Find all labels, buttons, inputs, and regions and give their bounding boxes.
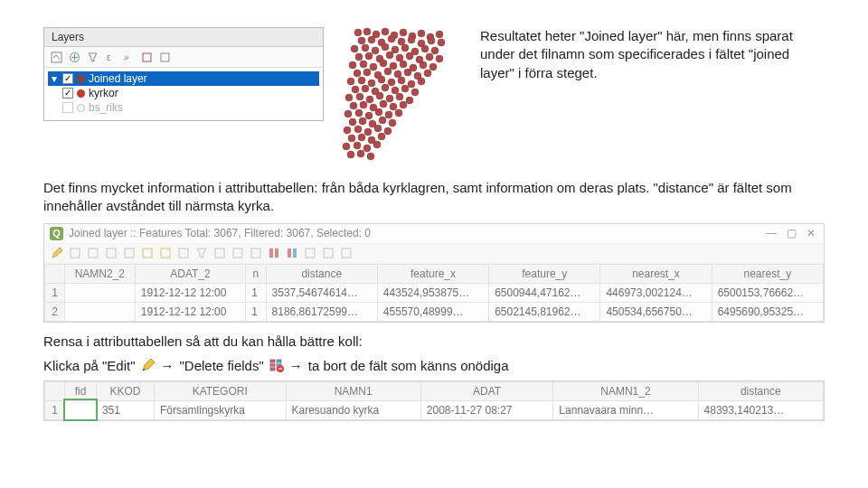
svg-point-92 — [385, 111, 392, 118]
layer-checkbox[interactable]: ✓ — [62, 88, 73, 99]
svg-rect-0 — [52, 52, 61, 62]
svg-point-42 — [436, 55, 443, 62]
table-row[interactable]: 1 351 Församlingskyrka Karesuando kyrka … — [45, 400, 824, 419]
svg-point-55 — [384, 68, 392, 75]
filter-icon[interactable] — [194, 247, 208, 260]
chevron-down-icon[interactable]: ▾ — [50, 72, 59, 85]
col-header[interactable]: nearest_y — [712, 264, 823, 283]
svg-rect-132 — [270, 360, 275, 371]
inline-text-1: Klicka på "Edit" — [43, 358, 136, 373]
attribute-window-titlebar[interactable]: Q Joined layer :: Features Total: 3067, … — [44, 224, 824, 243]
table-row[interactable]: 1 1912-12-12 12:00 1 3537,54674614… 4435… — [45, 283, 824, 302]
svg-rect-116 — [89, 249, 98, 258]
svg-point-86 — [390, 103, 397, 110]
col-header[interactable]: ADAT_2 — [135, 264, 246, 283]
col-header[interactable]: feature_y — [489, 264, 600, 283]
layer-add-icon[interactable] — [68, 51, 80, 63]
col-header[interactable]: fid — [65, 381, 97, 400]
svg-rect-121 — [179, 249, 188, 258]
svg-point-41 — [426, 53, 433, 61]
col-header[interactable]: nearest_x — [600, 264, 712, 283]
col-header[interactable]: distance — [266, 264, 377, 283]
col-header[interactable]: NAMN1 — [286, 381, 420, 400]
layer-checkbox[interactable]: ✓ — [62, 73, 73, 84]
layer-style-icon[interactable] — [50, 51, 62, 63]
svg-point-69 — [362, 85, 369, 92]
svg-point-38 — [396, 54, 403, 61]
layer-checkbox[interactable] — [62, 102, 73, 113]
svg-point-51 — [429, 63, 437, 70]
layer-row-kyrkor[interactable]: ✓ kyrkor — [48, 86, 319, 100]
attribute-table-small[interactable]: fid KKOD KATEGORI NAMN1 ADAT NAMN1_2 dis… — [44, 381, 824, 420]
close-icon[interactable]: ✕ — [804, 227, 818, 239]
col-header[interactable]: distance — [698, 381, 823, 400]
layer-row-bs-riks[interactable]: bs_riks — [48, 100, 319, 115]
svg-point-43 — [349, 61, 356, 69]
delete-field-icon — [269, 358, 284, 372]
move-top-icon[interactable] — [212, 247, 226, 260]
svg-point-67 — [418, 78, 425, 85]
select-icon[interactable] — [140, 247, 154, 260]
svg-point-61 — [358, 77, 365, 84]
svg-rect-119 — [143, 249, 152, 258]
svg-point-110 — [363, 145, 371, 152]
svg-point-13 — [418, 30, 425, 37]
svg-rect-126 — [275, 249, 278, 258]
delete-field-icon[interactable] — [285, 247, 298, 260]
select-expr-icon[interactable] — [158, 247, 172, 260]
layer-visibility-icon[interactable]: » — [122, 51, 135, 63]
cond-format-icon[interactable] — [321, 247, 335, 260]
maximize-icon[interactable]: ▢ — [784, 227, 798, 239]
field-calc-icon[interactable] — [303, 247, 316, 260]
map-canvas[interactable] — [342, 27, 455, 163]
svg-point-101 — [364, 128, 372, 136]
delete-feature-icon[interactable] — [122, 247, 136, 260]
svg-point-104 — [348, 135, 355, 142]
pan-icon[interactable] — [231, 247, 244, 260]
table-row[interactable]: 2 1912-12-12 12:00 1 8186,86172599… 4555… — [45, 302, 824, 321]
svg-point-88 — [344, 110, 352, 117]
col-header[interactable]: ADAT — [420, 381, 553, 400]
svg-point-98 — [389, 119, 396, 127]
deselect-icon[interactable] — [176, 247, 190, 260]
col-header[interactable]: KATEGORI — [154, 381, 286, 400]
svg-point-34 — [355, 53, 363, 61]
minimize-icon[interactable]: — — [764, 227, 778, 239]
svg-point-59 — [424, 70, 431, 77]
svg-point-76 — [356, 93, 363, 100]
col-header[interactable]: KKOD — [96, 381, 154, 400]
cut-icon[interactable] — [86, 247, 99, 260]
layer-row-joined[interactable]: ▾ ✓ Joined layer — [48, 71, 319, 86]
svg-point-80 — [396, 93, 403, 100]
svg-point-6 — [354, 29, 362, 36]
svg-point-99 — [344, 127, 351, 134]
attribute-table[interactable]: NAMN2_2 ADAT_2 n distance feature_x feat… — [44, 264, 824, 322]
edit-pencil-icon — [141, 358, 156, 372]
svg-point-89 — [355, 109, 363, 117]
edit-icon[interactable] — [50, 247, 63, 260]
new-field-icon[interactable] — [267, 247, 280, 260]
svg-point-83 — [360, 101, 367, 108]
svg-point-56 — [394, 70, 401, 78]
svg-point-37 — [386, 52, 393, 59]
save-icon[interactable] — [68, 247, 81, 260]
svg-point-44 — [360, 61, 367, 68]
layer-remove-icon[interactable] — [140, 51, 153, 63]
col-header[interactable]: NAMN1_2 — [553, 381, 698, 400]
actions-icon[interactable] — [339, 247, 353, 260]
svg-point-60 — [347, 78, 354, 85]
col-header[interactable]: NAMN2_2 — [65, 264, 136, 283]
svg-point-66 — [408, 80, 415, 88]
inline-text-3: ta bort de fält som känns onödiga — [308, 358, 509, 373]
add-feature-icon[interactable] — [104, 247, 118, 260]
svg-point-90 — [365, 112, 373, 119]
layer-filter-icon[interactable] — [86, 51, 99, 63]
svg-point-25 — [351, 45, 358, 52]
layer-collapse-icon[interactable] — [158, 51, 171, 63]
layer-expr-icon[interactable]: ε — [104, 51, 117, 63]
col-header[interactable]: n — [246, 264, 266, 283]
zoom-icon[interactable] — [249, 247, 262, 260]
svg-point-21 — [408, 36, 415, 43]
attribute-toolbar — [44, 243, 824, 264]
col-header[interactable]: feature_x — [377, 264, 488, 283]
